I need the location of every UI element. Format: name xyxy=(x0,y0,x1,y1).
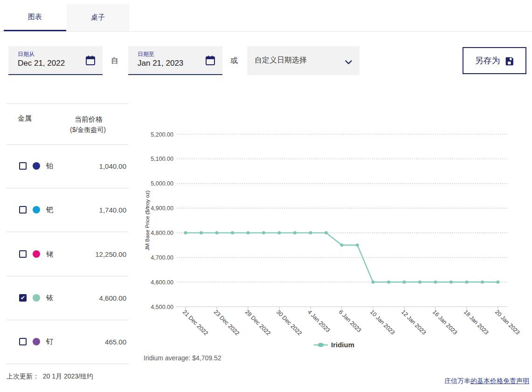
data-point-marker[interactable] xyxy=(325,231,328,234)
data-point-marker[interactable] xyxy=(449,281,453,284)
metal-row-rhodium: 铑 12,250.00 xyxy=(7,245,128,263)
save-as-button[interactable]: 另存为 xyxy=(463,47,526,74)
series-average-label: Iridium average: $4,709.52 xyxy=(144,354,221,362)
data-point-marker[interactable] xyxy=(231,231,234,234)
y-tick-label: 5,200.00 xyxy=(151,131,173,138)
metal-checkbox[interactable] xyxy=(19,338,27,345)
data-point-marker[interactable] xyxy=(309,231,312,234)
y-tick-label: 4,800.00 xyxy=(151,230,173,236)
calendar-icon[interactable] xyxy=(205,55,215,68)
x-tick-label: 18 Jan 2023 xyxy=(463,309,490,336)
divider xyxy=(7,188,128,188)
metal-price: 1,040.00 xyxy=(99,162,126,170)
metals-header-price-line1: 当前价格 xyxy=(70,114,121,124)
metal-color-dot xyxy=(33,294,40,302)
metal-checkbox[interactable] xyxy=(19,250,27,258)
metal-price: 4,600.00 xyxy=(99,294,126,302)
y-tick-label: 4,700.00 xyxy=(151,254,173,261)
x-tick-label: 23 Dec 2022 xyxy=(213,309,241,337)
last-updated: 上次更新： 20 1月 2023/纽约 xyxy=(7,372,93,381)
metals-header-metal: 金属 xyxy=(18,114,32,123)
chevron-down-icon xyxy=(345,58,352,67)
metal-color-dot xyxy=(33,250,40,258)
data-point-marker[interactable] xyxy=(434,281,437,284)
data-point-marker[interactable] xyxy=(293,231,297,234)
metal-row-iridium: ✔ 铱 4,600.00 xyxy=(7,289,128,307)
metal-checkbox[interactable] xyxy=(19,206,27,213)
data-point-marker[interactable] xyxy=(403,281,406,284)
calendar-icon[interactable] xyxy=(85,55,96,68)
metal-color-dot xyxy=(33,338,40,345)
metal-name: 铑 xyxy=(46,250,53,259)
data-point-marker[interactable] xyxy=(215,231,219,234)
metal-name: 铱 xyxy=(46,294,53,303)
metal-checkbox[interactable] xyxy=(19,162,27,170)
data-point-marker[interactable] xyxy=(262,231,265,234)
x-tick-label: 12 Jan 2023 xyxy=(400,309,428,336)
divider xyxy=(7,276,128,276)
metal-name: 铂 xyxy=(46,162,53,171)
tab-chart-label: 图表 xyxy=(28,13,42,21)
x-tick-label: 10 Jan 2023 xyxy=(369,309,396,336)
data-point-marker[interactable] xyxy=(497,281,500,284)
date-to-value: Jan 21, 2023 xyxy=(138,59,183,68)
data-point-marker[interactable] xyxy=(278,231,281,234)
metal-price: 1,740.00 xyxy=(99,206,126,214)
y-tick-label: 5,000.00 xyxy=(151,180,173,187)
data-point-marker[interactable] xyxy=(356,243,359,247)
metal-price: 465.00 xyxy=(105,338,126,346)
tab-table[interactable]: 桌子 xyxy=(67,4,129,31)
metal-price: 12,250.00 xyxy=(95,250,126,258)
disclaimer-link[interactable]: 的基本价格免责声明 xyxy=(470,377,529,385)
x-tick-label: 20 Jan 2023 xyxy=(494,309,521,336)
metal-name: 钌 xyxy=(46,337,53,346)
date-from-label: 日期从 xyxy=(18,50,35,58)
divider xyxy=(7,232,128,232)
tabs-separator xyxy=(0,31,532,32)
x-tick-label: 30 Dec 2022 xyxy=(275,309,303,337)
date-preset-dropdown[interactable]: 自定义日期选择 xyxy=(247,46,359,75)
jm-price-charts-page: 图表 桌子 日期从 Dec 21, 2022 自 日期至 Jan 21, 202… xyxy=(0,0,532,392)
data-point-marker[interactable] xyxy=(340,243,344,247)
data-point-marker[interactable] xyxy=(184,231,187,234)
data-point-marker[interactable] xyxy=(372,281,375,284)
tab-table-label: 桌子 xyxy=(91,13,105,22)
disclaimer-prefix: 庄信万丰 xyxy=(444,377,470,385)
save-floppy-icon xyxy=(504,56,514,66)
y-tick-label: 4,900.00 xyxy=(151,205,173,212)
data-point-marker[interactable] xyxy=(200,231,203,234)
x-tick-label: 6 Jan 2023 xyxy=(338,309,363,334)
metal-checkbox[interactable]: ✔ xyxy=(19,294,27,302)
disclaimer: 庄信万丰的基本价格免责声明 xyxy=(444,377,529,385)
metals-header-price-line2: ($/金衡盎司) xyxy=(70,124,121,135)
save-as-label: 另存为 xyxy=(475,55,500,66)
divider xyxy=(7,320,128,320)
divider xyxy=(7,364,128,364)
data-point-marker[interactable] xyxy=(418,281,421,284)
data-point-marker[interactable] xyxy=(387,281,390,284)
metal-row-palladium: 钯 1,740.00 xyxy=(7,200,128,219)
date-to-field[interactable]: 日期至 Jan 21, 2023 xyxy=(128,46,222,75)
data-point-marker[interactable] xyxy=(465,281,469,284)
price-chart: 4,500.004,600.004,700.004,800.004,900.00… xyxy=(140,107,532,359)
legend-item-iridium[interactable]: Iridium xyxy=(314,341,354,349)
tab-chart[interactable]: 图表 xyxy=(4,4,66,31)
date-from-field[interactable]: 日期从 Dec 21, 2022 xyxy=(8,46,103,75)
date-from-value: Dec 21, 2022 xyxy=(18,59,65,68)
data-point-marker[interactable] xyxy=(247,231,250,234)
metals-header-price: 当前价格 ($/金衡盎司) xyxy=(70,114,121,135)
legend-marker-icon xyxy=(314,342,328,348)
connector-or: 或 xyxy=(230,56,238,66)
y-tick-label: 4,500.00 xyxy=(151,304,173,310)
metal-row-platinum: 铂 1,040.00 xyxy=(7,157,128,175)
divider xyxy=(7,144,128,145)
x-tick-label: 28 Dec 2022 xyxy=(244,309,272,337)
data-point-marker[interactable] xyxy=(481,281,484,284)
metal-color-dot xyxy=(33,206,40,213)
x-tick-label: 16 Jan 2023 xyxy=(431,309,459,336)
legend-label: Iridium xyxy=(331,341,354,349)
x-tick-label: 21 Dec 2022 xyxy=(181,309,209,337)
y-tick-label: 5,100.00 xyxy=(151,156,173,162)
metal-name: 钯 xyxy=(46,206,53,214)
x-tick-label: 4 Jan 2023 xyxy=(306,309,332,334)
